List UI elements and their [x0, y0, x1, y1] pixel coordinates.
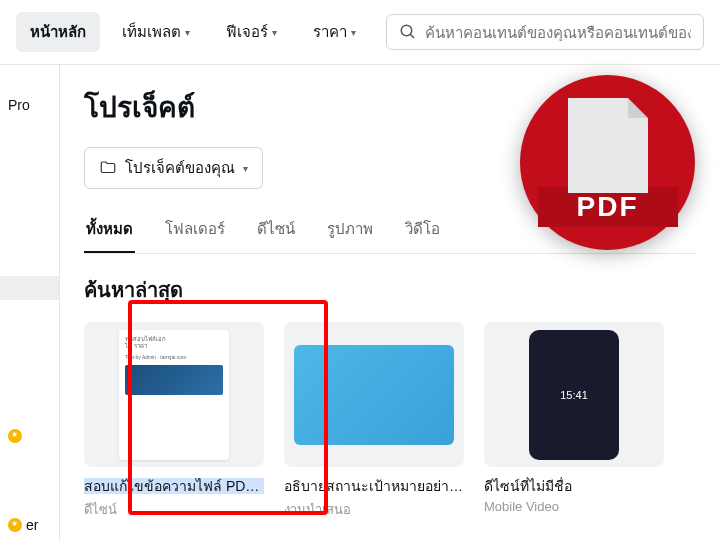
card-mobile-title: ดีไซน์ที่ไม่มีชื่อ — [484, 475, 664, 497]
nav-pricing[interactable]: ราคา▾ — [299, 12, 370, 52]
tab-videos[interactable]: วิดีโอ — [403, 207, 442, 253]
crown-icon — [8, 429, 22, 443]
card-presentation-sub: งานนำเสนอ — [284, 499, 464, 520]
pdf-doc-icon — [568, 98, 648, 193]
card-mobile[interactable]: 15:41 ดีไซน์ที่ไม่มีชื่อ Mobile Video — [484, 322, 664, 520]
card-grid: ทดสอบไฟล์เอกไฟ ราคา Test by Admin · tarm… — [84, 322, 696, 520]
tab-images[interactable]: รูปภาพ — [325, 207, 375, 253]
card-presentation-thumb — [284, 322, 464, 467]
folder-icon — [99, 159, 117, 177]
card-mobile-sub: Mobile Video — [484, 499, 664, 514]
sidebar-item-crown1[interactable] — [0, 417, 59, 455]
sidebar-item-pro[interactable]: Pro — [0, 85, 59, 125]
card-presentation-title: อธิบายสถานะเป้าหมายอย่างล... — [284, 475, 464, 497]
chevron-down-icon: ▾ — [185, 27, 190, 38]
card-pdf-sub: ดีไซน์ — [84, 499, 264, 520]
chevron-down-icon: ▾ — [243, 163, 248, 174]
top-nav: หน้าหลัก เท็มเพลต▾ ฟีเจอร์▾ ราคา▾ — [0, 0, 720, 65]
card-pdf-thumb: ทดสอบไฟล์เอกไฟ ราคา Test by Admin · tarm… — [84, 322, 264, 467]
annotation-pdf-badge: PDF — [520, 75, 695, 250]
nav-features[interactable]: ฟีเจอร์▾ — [212, 12, 291, 52]
nav-templates-label: เท็มเพลต — [122, 20, 181, 44]
folder-dropdown-label: โปรเจ็คต์ของคุณ — [125, 156, 235, 180]
chevron-down-icon: ▾ — [272, 27, 277, 38]
svg-line-1 — [410, 34, 414, 38]
nav-features-label: ฟีเจอร์ — [226, 20, 268, 44]
card-mobile-thumb: 15:41 — [484, 322, 664, 467]
nav-templates[interactable]: เท็มเพลต▾ — [108, 12, 204, 52]
chevron-down-icon: ▾ — [351, 27, 356, 38]
search-input[interactable] — [425, 24, 691, 41]
search-bar[interactable] — [386, 14, 704, 50]
crown-icon — [8, 518, 22, 532]
nav-pricing-label: ราคา — [313, 20, 347, 44]
folder-dropdown[interactable]: โปรเจ็คต์ของคุณ ▾ — [84, 147, 263, 189]
pdf-preview: ทดสอบไฟล์เอกไฟ ราคา Test by Admin · tarm… — [119, 330, 229, 460]
card-presentation[interactable]: อธิบายสถานะเป้าหมายอย่างล... งานนำเสนอ — [284, 322, 464, 520]
svg-point-0 — [401, 25, 412, 36]
nav-home[interactable]: หน้าหลัก — [16, 12, 100, 52]
tab-all[interactable]: ทั้งหมด — [84, 207, 135, 253]
sidebar: Pro er — [0, 65, 60, 540]
section-recent: ค้นหาล่าสุด — [84, 274, 696, 306]
card-pdf[interactable]: ทดสอบไฟล์เอกไฟ ราคา Test by Admin · tarm… — [84, 322, 264, 520]
sidebar-item-er[interactable]: er — [0, 505, 59, 540]
tab-designs[interactable]: ดีไซน์ — [255, 207, 297, 253]
pdf-badge-label: PDF — [538, 187, 678, 227]
search-icon — [399, 23, 417, 41]
card-pdf-title: สอบแก้ไขข้อความไฟล์ PDF.pdf — [84, 475, 264, 497]
tab-folders[interactable]: โฟลเดอร์ — [163, 207, 227, 253]
sidebar-item-selected[interactable] — [0, 276, 59, 300]
sidebar-er-label: er — [26, 517, 38, 533]
